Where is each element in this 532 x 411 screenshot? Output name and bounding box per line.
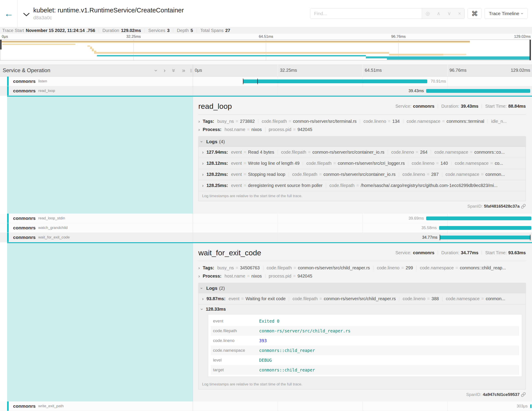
- equals: [354, 183, 361, 188]
- process-key: host.name: [225, 274, 245, 278]
- equals: [454, 265, 460, 270]
- tag-value: conmonrs::child_reap...: [460, 265, 506, 270]
- span-name-cell[interactable]: conmonrs read_loop_stdin: [0, 214, 193, 223]
- divider: [399, 297, 399, 301]
- minimap-right-handle[interactable]: [530, 40, 531, 60]
- span-id-label: SpanID:: [467, 204, 483, 209]
- equals: [292, 265, 298, 270]
- services-label: Services: [148, 28, 165, 33]
- start-time-value: 93.63ms: [508, 250, 526, 255]
- expand-all-icon[interactable]: [182, 67, 185, 74]
- field-key: code.filepath: [211, 328, 259, 333]
- divider: [173, 29, 173, 33]
- table-row: code.namespaceconmonrs::child_reaper: [211, 345, 519, 355]
- span-bar[interactable]: [530, 404, 532, 408]
- detail-span-title: wait_for_exit_code: [198, 248, 261, 257]
- span-timeline-cell[interactable]: 39.43ms: [193, 86, 532, 96]
- collapse-all-icon[interactable]: [153, 69, 160, 71]
- span-name-cell[interactable]: conmonrs read_loop: [0, 86, 193, 96]
- column-resize-handle[interactable]: [190, 69, 192, 72]
- log-field-value: Waiting for exit code: [246, 296, 285, 301]
- axis-tick-label: 96.76ms: [449, 68, 466, 73]
- log-timestamp: 93.87ms:: [207, 296, 226, 301]
- expand-one-icon[interactable]: [163, 67, 165, 74]
- view-selector-button[interactable]: Trace Timeline: [484, 8, 528, 19]
- back-button[interactable]: [0, 0, 18, 27]
- app-header: kubelet: runtime.v1.RuntimeService/Creat…: [0, 0, 532, 27]
- log-field-key: code.filepath: [281, 150, 306, 155]
- logs-count: (2): [219, 285, 225, 291]
- divider: [263, 266, 263, 270]
- log-field-value: Read 4 bytes: [248, 150, 274, 155]
- process-row[interactable]: Process: host.namenixos process.pid94204…: [198, 126, 526, 134]
- log-entry[interactable]: 128.12ms: eventWrote log line of length …: [199, 158, 526, 169]
- chevron-down-icon: [199, 287, 205, 289]
- divider: [488, 119, 488, 124]
- divider: [265, 274, 265, 278]
- log-entry[interactable]: 128.22ms: eventStopping read loop code.f…: [199, 169, 526, 180]
- operation-name: wait_for_exit_code: [38, 235, 70, 240]
- span-bar[interactable]: [439, 226, 531, 230]
- clear-find-icon[interactable]: [458, 11, 461, 16]
- tag-key: busy_ns: [218, 265, 234, 270]
- divider: [99, 29, 99, 33]
- link-icon[interactable]: [521, 392, 526, 397]
- span-timeline-cell[interactable]: 303μs: [193, 401, 532, 411]
- log-field-key: event: [231, 161, 242, 166]
- minimap-left-handle[interactable]: [0, 40, 1, 49]
- log-entry[interactable]: 93.87ms: eventWaiting for exit code code…: [199, 293, 526, 304]
- detail-depth-pane[interactable]: [7, 242, 193, 401]
- log-timestamp: 128.22ms:: [207, 172, 228, 177]
- link-icon[interactable]: [521, 204, 526, 209]
- span-bar[interactable]: [243, 79, 427, 83]
- process-row[interactable]: Process: host.namenixos process.pid94204…: [198, 272, 526, 280]
- log-entry[interactable]: 128.25ms: eventderegistering event sourc…: [199, 180, 526, 191]
- divider: [326, 183, 326, 188]
- log-field-value: 388: [431, 296, 439, 301]
- span-duration-label: 303μs: [517, 401, 528, 411]
- log-entry[interactable]: 127.94ms: eventRead 4 bytes code.filepat…: [199, 147, 526, 158]
- span-bar[interactable]: [426, 89, 530, 93]
- tag-key: idle_n...: [491, 119, 507, 124]
- trace-start-label: Trace Start: [2, 28, 24, 33]
- span-timeline-cell[interactable]: 39.69ms: [193, 214, 532, 223]
- logs-label: Logs: [206, 285, 218, 291]
- prev-match-icon[interactable]: [437, 11, 440, 16]
- find-input[interactable]: [310, 9, 422, 19]
- tags-row[interactable]: Tags: busy_ns273882 code.filepathconmon-…: [198, 117, 526, 126]
- divider: [258, 119, 258, 124]
- span-timeline-cell[interactable]: 35.58ms: [193, 223, 532, 233]
- logs-header[interactable]: Logs (2): [199, 283, 526, 293]
- next-match-icon[interactable]: [447, 11, 451, 16]
- equals: [287, 119, 293, 124]
- equals: [386, 119, 392, 124]
- detail-depth-pane[interactable]: [7, 96, 193, 214]
- span-name-cell[interactable]: conmonrs write_exit_path: [0, 401, 193, 411]
- span-timeline-cell[interactable]: 70.91ms: [193, 77, 532, 86]
- trace-header-collapse-toggle[interactable]: [23, 13, 30, 18]
- span-name-cell[interactable]: conmonrs watch_grandchild: [0, 223, 193, 233]
- locate-icon[interactable]: [426, 11, 430, 16]
- log-field-key: code.lineno: [391, 150, 414, 155]
- process-key: process.pid: [269, 127, 291, 132]
- equals: [480, 296, 486, 301]
- span-name-cell[interactable]: conmonrs wait_for_exit_code: [0, 233, 193, 242]
- span-bar[interactable]: [426, 216, 531, 220]
- log-field-key: code.namespace: [434, 150, 468, 155]
- span-timeline-cell[interactable]: 34.77ms: [193, 233, 532, 242]
- logs-header[interactable]: Logs (4): [199, 137, 526, 147]
- collapse-deep-icon[interactable]: [170, 69, 177, 72]
- expanded-log-entry-header[interactable]: 128.33ms: [199, 304, 526, 314]
- gridline: [447, 401, 447, 411]
- equals: [234, 265, 240, 270]
- log-field-key: event: [231, 150, 242, 155]
- divider: [289, 297, 289, 301]
- depth-value: 5: [190, 28, 193, 33]
- span-name-cell[interactable]: conmonrs listen: [0, 77, 193, 86]
- trace-minimap[interactable]: [0, 39, 532, 60]
- keyboard-shortcuts-button[interactable]: [468, 8, 481, 19]
- span-bar[interactable]: [440, 235, 531, 239]
- log-field-key: event: [231, 183, 242, 188]
- operation-name: listen: [38, 79, 47, 83]
- tags-row[interactable]: Tags: busy_ns34506763 code.filepathconmo…: [198, 264, 526, 272]
